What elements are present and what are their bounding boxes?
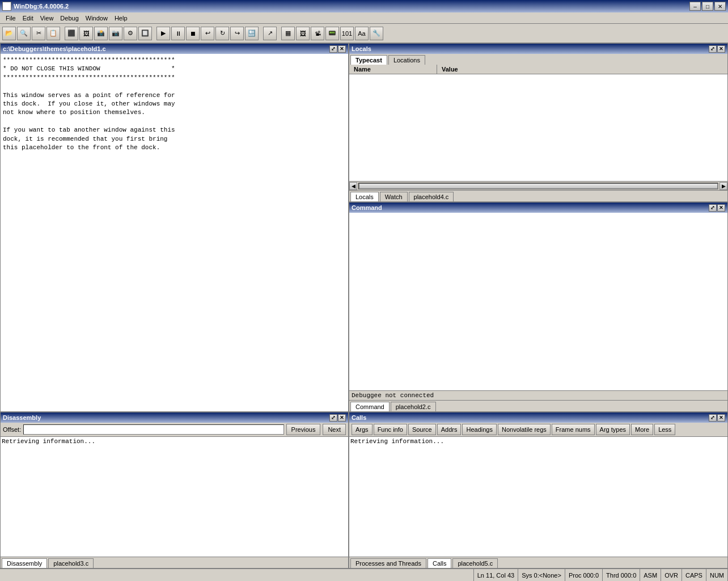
status-thrd: Thrd 000:0 bbox=[603, 569, 640, 581]
toolbar-btn-6[interactable]: 📸 bbox=[94, 27, 108, 40]
menu-window[interactable]: Window bbox=[82, 14, 111, 23]
toolbar-btn-cmd[interactable]: 📟 bbox=[325, 27, 339, 40]
bottom-tab-watch[interactable]: Watch bbox=[380, 192, 408, 201]
disassembly-bottom-tab-bar: Disassembly placehold3.c bbox=[1, 557, 348, 568]
toolbar-btn-5[interactable]: 🖼 bbox=[79, 27, 93, 40]
toolbar-btn-4[interactable]: ⬛ bbox=[65, 27, 78, 40]
calls-args-btn[interactable]: Args bbox=[352, 424, 373, 435]
toolbar-sep-3 bbox=[260, 27, 262, 40]
toolbar-btn-3[interactable]: 📋 bbox=[46, 27, 60, 40]
calls-content: Retrieving information... bbox=[349, 437, 727, 557]
bottom-tab-calls[interactable]: Calls bbox=[428, 558, 451, 568]
toolbar-sep-2 bbox=[153, 27, 155, 40]
toolbar-btn-8[interactable]: ⚙ bbox=[124, 27, 137, 40]
scroll-left-btn[interactable]: ◀ bbox=[349, 182, 357, 190]
toolbar-btn-14[interactable]: ↻ bbox=[215, 27, 229, 40]
calls-close-btn[interactable]: ✕ bbox=[717, 414, 725, 422]
toolbar-btn-src[interactable]: ▦ bbox=[281, 27, 295, 40]
col-value-header: Value bbox=[437, 65, 727, 74]
toolbar-btn-img[interactable]: 🖼 bbox=[296, 27, 310, 40]
toolbar-btn-10[interactable]: ▶ bbox=[156, 27, 170, 40]
status-num: NUM bbox=[706, 569, 728, 581]
offset-label: Offset: bbox=[3, 426, 21, 433]
menu-file[interactable]: File bbox=[2, 14, 19, 23]
hscrollbar-track[interactable] bbox=[358, 183, 718, 190]
calls-funcinfo-btn[interactable]: Func info bbox=[374, 424, 407, 435]
bottom-tab-placehold4[interactable]: placehold4.c bbox=[409, 192, 454, 201]
calls-headings-btn[interactable]: Headings bbox=[462, 424, 496, 435]
command-close-btn[interactable]: ✕ bbox=[717, 204, 725, 212]
calls-panel: Calls ⤢ ✕ Args Func info Source Addrs He… bbox=[349, 412, 728, 569]
toolbar-btn-2[interactable]: ✂ bbox=[32, 27, 45, 40]
bottom-tab-locals[interactable]: Locals bbox=[350, 192, 379, 201]
command-restore-btn[interactable]: ⤢ bbox=[709, 204, 717, 212]
bottom-tab-placehold5[interactable]: placehold5.c bbox=[452, 558, 498, 568]
next-button[interactable]: Next bbox=[323, 424, 346, 435]
toolbar-btn-font[interactable]: Aa bbox=[355, 27, 369, 40]
minimize-button[interactable]: – bbox=[689, 2, 701, 11]
command-status: Debuggee not connected bbox=[349, 390, 727, 400]
disassembly-text: Retrieving information... bbox=[2, 438, 95, 445]
command-bottom-tab-bar: Command placehold2.c bbox=[349, 400, 727, 411]
locals-panel-titlebar: Locals ⤢ ✕ bbox=[349, 44, 727, 54]
top-panels: c:\Debuggers\themes\placehold1.c ⤢ ✕ ***… bbox=[0, 43, 728, 412]
locals-title: Locals bbox=[352, 45, 708, 52]
calls-less-btn[interactable]: Less bbox=[654, 424, 675, 435]
toolbar-btn-16[interactable]: 🔙 bbox=[245, 27, 259, 40]
toolbar-btn-11[interactable]: ⏸ bbox=[171, 27, 185, 40]
app-icon: D bbox=[2, 2, 11, 11]
toolbar-btn-15[interactable]: ↪ bbox=[230, 27, 244, 40]
bottom-tab-disassembly[interactable]: Disassembly bbox=[2, 558, 47, 568]
toolbar-btn-13[interactable]: ↩ bbox=[201, 27, 214, 40]
previous-button[interactable]: Previous bbox=[286, 424, 321, 435]
calls-more-btn[interactable]: More bbox=[631, 424, 653, 435]
bottom-tab-placehold2[interactable]: placehold2.c bbox=[391, 402, 436, 411]
locals-close-btn[interactable]: ✕ bbox=[717, 45, 725, 53]
status-sys: Sys 0:<None> bbox=[518, 569, 565, 581]
maximize-button[interactable]: □ bbox=[702, 2, 713, 11]
calls-nonvol-btn[interactable]: Nonvolatile regs bbox=[498, 424, 551, 435]
menu-edit[interactable]: Edit bbox=[19, 14, 37, 23]
placeholder-restore-btn[interactable]: ⤢ bbox=[329, 45, 337, 53]
placeholder-panel-title: c:\Debuggers\themes\placehold1.c bbox=[3, 45, 329, 52]
menu-debug[interactable]: Debug bbox=[57, 14, 82, 23]
toolbar-btn-1[interactable]: 🔍 bbox=[17, 27, 31, 40]
bottom-tab-command[interactable]: Command bbox=[350, 402, 390, 411]
command-content[interactable] bbox=[349, 213, 727, 390]
command-panel-titlebar: Command ⤢ ✕ bbox=[349, 203, 727, 213]
scroll-right-btn[interactable]: ▶ bbox=[719, 182, 727, 190]
placeholder-close-btn[interactable]: ✕ bbox=[338, 45, 346, 53]
calls-addrs-btn[interactable]: Addrs bbox=[437, 424, 462, 435]
bottom-tab-proc-threads[interactable]: Processes and Threads bbox=[350, 558, 426, 568]
locals-col-headers: Name Value bbox=[349, 65, 727, 74]
status-caps: CAPS bbox=[682, 569, 706, 581]
tab-locations[interactable]: Locations bbox=[388, 55, 425, 65]
offset-input[interactable] bbox=[23, 424, 283, 435]
menu-view[interactable]: View bbox=[37, 14, 57, 23]
bottom-tab-placehold3[interactable]: placehold3.c bbox=[48, 558, 94, 568]
status-asm: ASM bbox=[640, 569, 661, 581]
tab-typecast[interactable]: Typecast bbox=[350, 55, 387, 65]
calls-restore-btn[interactable]: ⤢ bbox=[709, 414, 717, 422]
close-button[interactable]: ✕ bbox=[714, 2, 726, 11]
disassembly-panel: Disassembly ⤢ ✕ Offset: Previous Next Re… bbox=[0, 412, 349, 569]
toolbar-btn-cam[interactable]: 📽 bbox=[311, 27, 324, 40]
toolbar-btn-hex[interactable]: 101 bbox=[340, 27, 354, 40]
locals-restore-btn[interactable]: ⤢ bbox=[709, 45, 717, 53]
status-bar: Ln 11, Col 43 Sys 0:<None> Proc 000:0 Th… bbox=[0, 569, 728, 581]
disassembly-restore-btn[interactable]: ⤢ bbox=[329, 414, 337, 422]
calls-argtypes-btn[interactable]: Arg types bbox=[596, 424, 630, 435]
toolbar-btn-open[interactable]: 📂 bbox=[2, 27, 16, 40]
toolbar-btn-9[interactable]: 🔲 bbox=[138, 27, 152, 40]
toolbar-btn-cursor[interactable]: ↗ bbox=[263, 27, 277, 40]
locals-hscrollbar[interactable]: ◀ ▶ bbox=[349, 181, 727, 190]
toolbar-btn-12[interactable]: ⏹ bbox=[186, 27, 200, 40]
toolbar-btn-opts[interactable]: 🔧 bbox=[370, 27, 383, 40]
disassembly-close-btn[interactable]: ✕ bbox=[338, 414, 346, 422]
calls-source-btn[interactable]: Source bbox=[408, 424, 436, 435]
hscrollbar-thumb[interactable] bbox=[359, 183, 718, 189]
calls-framenums-btn[interactable]: Frame nums bbox=[552, 424, 595, 435]
menu-help[interactable]: Help bbox=[111, 14, 131, 23]
status-position: Ln 11, Col 43 bbox=[474, 569, 518, 581]
toolbar-btn-7[interactable]: 📷 bbox=[109, 27, 122, 40]
